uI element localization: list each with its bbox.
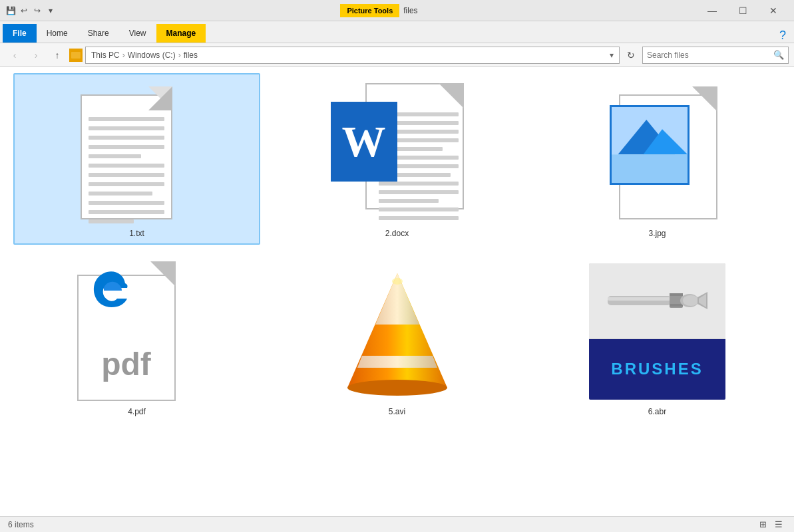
svg-rect-14 xyxy=(670,304,683,307)
file-item-avi[interactable]: 5.avi xyxy=(274,251,520,423)
tab-manage[interactable]: Manage xyxy=(156,24,206,43)
up-button[interactable]: ↑ xyxy=(48,47,67,64)
addressbar: ‹ › ↑ This PC › Windows (C:) › files ▾ ↻… xyxy=(0,43,794,67)
tab-file[interactable]: File xyxy=(3,24,37,43)
search-icon: 🔍 xyxy=(773,50,784,60)
window-title: files xyxy=(403,6,417,15)
svg-marker-7 xyxy=(357,356,437,368)
folder-icon xyxy=(69,49,83,62)
svg-point-9 xyxy=(392,278,403,285)
file-label-abr: 6.abr xyxy=(648,407,666,416)
redo-icon: ↪ xyxy=(32,5,43,16)
file-item-jpg[interactable]: 3.jpg xyxy=(534,73,781,245)
tab-view[interactable]: View xyxy=(119,24,156,43)
search-box[interactable]: 🔍 xyxy=(642,47,789,64)
dropdown-chevron[interactable]: ▾ xyxy=(610,51,614,60)
minimize-button[interactable]: — xyxy=(697,0,727,21)
status-count: 6 items xyxy=(8,520,34,529)
file-item-pdf[interactable]: pdf 4.pdf xyxy=(13,251,260,423)
file-label-jpg: 3.jpg xyxy=(648,229,666,238)
titlebar: 💾 ↩ ↪ ▾ Picture Tools files — ☐ ✕ xyxy=(0,0,794,21)
svg-point-16 xyxy=(683,295,699,306)
file-item-txt[interactable]: 1.txt xyxy=(13,73,260,245)
tab-share[interactable]: Share xyxy=(78,24,119,43)
txt-icon xyxy=(64,80,210,226)
address-box[interactable]: This PC › Windows (C:) › files ▾ xyxy=(85,47,620,64)
window-controls: — ☐ ✕ xyxy=(697,0,789,21)
file-item-docx[interactable]: W 2.docx xyxy=(274,73,520,245)
svg-rect-11 xyxy=(608,297,671,301)
ribbon-tabs: File Home Share View Manage ? xyxy=(0,21,794,43)
path-drive: Windows (C:) xyxy=(128,51,176,60)
file-label-docx: 2.docx xyxy=(385,229,409,238)
abr-icon: BRUSHES xyxy=(584,258,731,404)
picture-tools-badge: Picture Tools xyxy=(340,4,399,17)
titlebar-icons: 💾 ↩ ↪ ▾ xyxy=(5,5,56,16)
path-thispc: This PC xyxy=(91,51,120,60)
refresh-button[interactable]: ↻ xyxy=(622,47,640,64)
tab-home[interactable]: Home xyxy=(37,24,78,43)
pdf-icon: pdf xyxy=(64,258,210,404)
svg-point-8 xyxy=(347,380,447,396)
view-details[interactable]: ☰ xyxy=(771,518,786,531)
save-icon: 💾 xyxy=(5,5,16,16)
view-toggle: ⊞ ☰ xyxy=(755,518,786,531)
close-button[interactable]: ✕ xyxy=(758,0,789,21)
back-button[interactable]: ‹ xyxy=(5,47,24,64)
file-item-abr[interactable]: BRUSHES 6.abr xyxy=(534,251,781,423)
maximize-button[interactable]: ☐ xyxy=(727,0,758,21)
svg-rect-4 xyxy=(612,154,688,183)
statusbar: 6 items ⊞ ☰ xyxy=(0,516,794,532)
file-grid: 1.txt xyxy=(0,66,794,516)
file-label-txt: 1.txt xyxy=(129,229,144,238)
dropdown-icon: ▾ xyxy=(45,5,56,16)
forward-button[interactable]: › xyxy=(27,47,45,64)
undo-icon: ↩ xyxy=(19,5,29,16)
file-label-avi: 5.avi xyxy=(389,407,405,416)
jpg-icon xyxy=(584,80,731,226)
address-path: This PC › Windows (C:) › files xyxy=(91,51,198,60)
file-label-pdf: 4.pdf xyxy=(128,407,146,416)
avi-icon xyxy=(324,258,471,404)
svg-rect-13 xyxy=(670,293,683,296)
search-input[interactable] xyxy=(647,51,771,60)
path-folder: files xyxy=(184,51,198,60)
view-large-icons[interactable]: ⊞ xyxy=(755,518,770,531)
docx-icon: W xyxy=(324,80,471,226)
ribbon: File Home Share View Manage ? xyxy=(0,21,794,43)
help-icon[interactable]: ? xyxy=(779,29,786,43)
address-end: ▾ xyxy=(610,51,614,60)
title-center: Picture Tools files xyxy=(61,4,697,17)
